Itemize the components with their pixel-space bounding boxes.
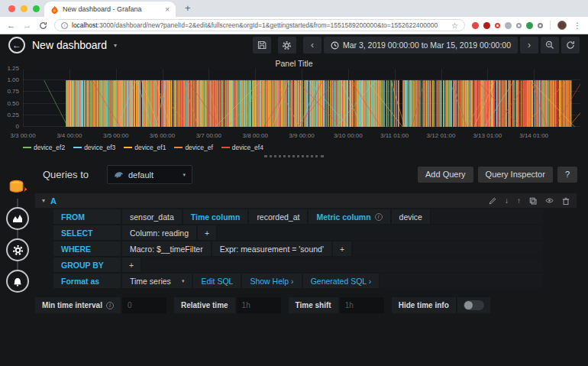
legend-item-device_ef4[interactable]: device_ef4 (221, 144, 263, 151)
metric-column-segment[interactable]: device (392, 209, 430, 224)
window-zoom-button[interactable] (33, 5, 40, 12)
window-close-button[interactable] (8, 5, 15, 12)
panel-title[interactable]: Panel Title (0, 59, 588, 69)
clock-icon (331, 41, 339, 50)
dashboard-title[interactable]: New dashboard (32, 39, 107, 51)
chevron-down-icon: ▾ (182, 278, 185, 284)
delete-query-icon[interactable] (562, 197, 570, 205)
new-tab-button[interactable]: + (185, 2, 191, 14)
window-minimize-button[interactable] (21, 5, 27, 12)
bookmark-star-icon[interactable]: ☆ (451, 21, 458, 30)
extension-icon[interactable] (516, 23, 522, 28)
tab-close-icon[interactable]: × (165, 5, 170, 14)
time-range-picker[interactable]: Mar 3, 2019 00:00:00 to Mar 15, 2019 00:… (324, 37, 518, 53)
legend-color-dash (73, 147, 82, 148)
hide-time-info-toggle[interactable] (464, 300, 484, 310)
legend-item-device_ef[interactable]: device_ef (174, 144, 212, 151)
move-query-down-icon[interactable]: ↓ (505, 196, 509, 205)
help-button[interactable]: ? (557, 167, 577, 183)
gear-icon (282, 40, 292, 50)
time-shift-label: Time shift (289, 297, 338, 313)
browser-profile-avatar[interactable] (557, 21, 567, 30)
show-help-button[interactable]: Show Help › (242, 274, 301, 288)
time-range-back-button[interactable]: ‹ (303, 37, 321, 53)
add-query-button[interactable]: Add Query (418, 167, 473, 183)
browser-toolbar: ← → i localhost:3000/dashboard/new?panel… (0, 17, 588, 34)
tab-queries[interactable] (6, 176, 29, 199)
time-column-segment[interactable]: recorded_at (249, 209, 307, 224)
browser-menu-icon[interactable]: ⋮ (573, 21, 581, 30)
extension-icon[interactable] (526, 22, 533, 29)
add-group-by-part-button[interactable]: + (122, 257, 141, 272)
dashboard-title-caret-icon[interactable]: ▾ (114, 42, 117, 49)
metric-column-keyword[interactable]: Metric columni (309, 209, 389, 224)
y-axis: 1.251.000.750.500.250 (5, 66, 23, 130)
edit-query-icon[interactable] (489, 197, 496, 205)
time-column-keyword[interactable]: Time column (183, 209, 248, 224)
legend-item-device_ef2[interactable]: device_ef2 (23, 144, 65, 151)
extension-icon[interactable] (472, 22, 479, 29)
info-icon: i (375, 213, 383, 221)
browser-tab[interactable]: New dashboard - Grafana × (44, 2, 176, 17)
time-shift-input[interactable] (340, 297, 384, 313)
panel-resize-handle[interactable] (264, 155, 324, 157)
where-keyword[interactable]: WHERE (53, 241, 121, 256)
disable-query-eye-icon[interactable] (545, 197, 554, 204)
generated-sql-button[interactable]: Generated SQL › (303, 274, 380, 288)
extension-icon[interactable] (483, 22, 490, 29)
collapse-query-icon[interactable]: ▾ (42, 197, 45, 204)
visualization-icon (12, 213, 23, 224)
legend-item-device_ef1[interactable]: device_ef1 (124, 144, 166, 151)
legend-item-device_ef3[interactable]: device_ef3 (73, 144, 115, 151)
format-row: Format as Time series▾ Edit SQL Show Hel… (35, 274, 577, 288)
address-bar[interactable]: i localhost:3000/dashboard/new?panelId=2… (54, 19, 465, 31)
timeseries-chart[interactable] (23, 69, 580, 127)
save-dashboard-button[interactable] (253, 37, 271, 53)
where-macro-segment[interactable]: Macro: $__timeFilter (122, 241, 211, 256)
format-as-keyword[interactable]: Format as (53, 274, 121, 288)
refresh-dashboard-button[interactable] (561, 37, 580, 53)
format-as-select[interactable]: Time series▾ (122, 274, 192, 288)
panel-resize-row (0, 151, 588, 160)
zoom-out-button[interactable] (541, 37, 559, 53)
query-inspector-button[interactable]: Query Inspector (478, 167, 553, 183)
query-header-row: ▾ A ↓ ↑ (35, 193, 577, 208)
duplicate-query-icon[interactable] (529, 197, 537, 205)
extension-icons (472, 22, 543, 29)
where-expr-segment[interactable]: Expr: measurement = 'sound' (212, 241, 331, 256)
datasource-icon (8, 177, 27, 198)
extension-icon[interactable] (505, 22, 512, 29)
legend-color-dash (124, 147, 132, 148)
x-axis-tick: 3/6 00:00 (150, 132, 175, 139)
browser-refresh-icon[interactable] (39, 21, 47, 30)
min-time-interval-label: Min time intervali (35, 297, 121, 313)
add-select-part-button[interactable]: + (198, 225, 216, 240)
x-axis-tick: 3/9 00:00 (289, 132, 314, 139)
tab-alert[interactable] (6, 270, 29, 293)
toggle-knob (464, 301, 473, 309)
legend-color-dash (23, 147, 31, 148)
dashboard-settings-button[interactable] (278, 37, 296, 53)
extension-icon[interactable] (495, 23, 500, 28)
extension-icon[interactable] (538, 23, 543, 28)
from-keyword[interactable]: FROM (53, 209, 121, 224)
y-axis-tick: 0.50 (7, 101, 19, 107)
min-time-interval-input[interactable] (122, 297, 166, 313)
select-column-segment[interactable]: Column: reading (122, 225, 196, 240)
group-by-keyword[interactable]: GROUP BY (53, 257, 121, 272)
select-keyword[interactable]: SELECT (53, 225, 121, 240)
tab-visualization[interactable] (6, 207, 29, 230)
back-to-dashboard-button[interactable]: ← (8, 37, 25, 53)
datasource-picker[interactable]: default ▾ (107, 165, 192, 184)
move-query-up-icon[interactable]: ↑ (517, 196, 521, 205)
edit-sql-button[interactable]: Edit SQL (193, 274, 241, 288)
time-range-forward-button[interactable]: › (520, 37, 538, 53)
table-segment[interactable]: sensor_data (122, 209, 182, 224)
browser-forward-icon[interactable]: → (23, 21, 31, 30)
relative-time-input[interactable] (237, 297, 281, 313)
page-info-icon[interactable]: i (61, 22, 68, 29)
tab-general[interactable] (6, 238, 29, 261)
browser-back-icon[interactable]: ← (7, 21, 15, 30)
add-where-part-button[interactable]: + (333, 241, 351, 256)
x-axis-tick: 3/4 00:00 (57, 132, 82, 139)
